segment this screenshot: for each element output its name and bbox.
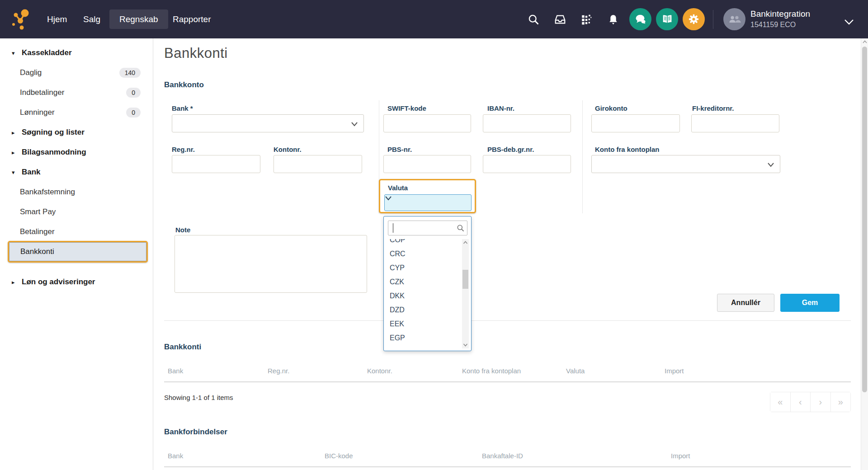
label-fi-kreditornr: FI-kreditornr. bbox=[692, 104, 734, 112]
sidebar-item-betalinger[interactable]: Betalinger bbox=[0, 222, 153, 242]
currency-option[interactable]: COP bbox=[384, 239, 462, 247]
table-header-divider bbox=[164, 381, 851, 382]
pbs-deb-gr-nr-input[interactable] bbox=[483, 155, 571, 173]
label-note: Note bbox=[175, 226, 190, 234]
sidebar-group-bilagsanmodning[interactable]: ▸ Bilagsanmodning bbox=[0, 142, 153, 162]
sidebar-group-kassekladder[interactable]: ▾ Kassekladder bbox=[0, 43, 153, 63]
label-kontonr: Kontonr. bbox=[274, 146, 302, 153]
form-column-divider bbox=[582, 100, 583, 213]
nav-item-rapporter[interactable]: Rapporter bbox=[171, 0, 213, 38]
table-header-divider bbox=[164, 466, 851, 467]
app-logo[interactable] bbox=[10, 8, 32, 33]
user-org: 1541159 ECO bbox=[750, 21, 796, 29]
sidebar-item-lonninger[interactable]: Lønninger 0 bbox=[0, 103, 153, 122]
currency-option[interactable]: CRC bbox=[384, 247, 462, 261]
triangle-expanded-icon: ▾ bbox=[12, 169, 19, 176]
triangle-expanded-icon: ▾ bbox=[12, 50, 19, 56]
section-divider bbox=[164, 320, 851, 321]
valuta-search-input[interactable] bbox=[388, 221, 467, 235]
currency-option[interactable]: CYP bbox=[384, 261, 462, 275]
bell-icon[interactable] bbox=[606, 13, 620, 26]
pbs-nr-input[interactable] bbox=[383, 155, 471, 173]
badge-count: 140 bbox=[119, 68, 141, 78]
save-button[interactable]: Gem bbox=[780, 294, 840, 312]
sidebar-group-lon-og-adviseringer[interactable]: ▸ Løn og adviseringer bbox=[0, 272, 153, 292]
currency-option[interactable]: ETB bbox=[384, 345, 462, 348]
top-navbar: Hjem Salg Regnskab Rapporter bbox=[0, 0, 868, 38]
iban-nr-input[interactable] bbox=[483, 114, 571, 132]
nav-item-hjem[interactable]: Hjem bbox=[45, 0, 69, 38]
text-caret bbox=[393, 223, 393, 233]
cancel-button[interactable]: Annullér bbox=[717, 294, 774, 312]
label-konto-fra-kontoplan: Konto fra kontoplan bbox=[595, 146, 660, 153]
chat-icon[interactable] bbox=[629, 8, 651, 30]
scroll-up-icon[interactable] bbox=[862, 39, 868, 45]
label-pbs-nr: PBS-nr. bbox=[387, 146, 412, 153]
bank-select[interactable] bbox=[172, 114, 364, 132]
nav-item-salg[interactable]: Salg bbox=[81, 0, 102, 38]
sidebar-item-bankkonti[interactable]: Bankkonti bbox=[9, 242, 146, 261]
pagination-prev-button[interactable]: ‹ bbox=[791, 392, 811, 412]
section-title-bankkonti-table: Bankkonti bbox=[164, 343, 201, 352]
sidebar-group-sogning-og-lister[interactable]: ▸ Søgning og lister bbox=[0, 122, 153, 142]
sidebar-item-bankkonti-highlighted[interactable]: Bankkonti bbox=[8, 241, 148, 263]
col-header-konto-fra-kontoplan: Konto fra kontoplan bbox=[462, 367, 521, 375]
valuta-select[interactable] bbox=[384, 194, 472, 211]
chevron-down-icon bbox=[767, 161, 774, 169]
currency-option[interactable]: EGP bbox=[384, 331, 462, 345]
col-header-bank: Bank bbox=[168, 367, 183, 375]
dropdown-scrollbar[interactable] bbox=[462, 239, 469, 348]
settings-gear-icon[interactable] bbox=[683, 8, 705, 30]
konto-fra-kontoplan-select[interactable] bbox=[591, 155, 780, 173]
search-icon[interactable] bbox=[527, 13, 540, 26]
currency-option[interactable]: CZK bbox=[384, 275, 462, 289]
sidebar-item-smart-pay[interactable]: Smart Pay bbox=[0, 202, 153, 222]
triangle-collapsed-icon: ▸ bbox=[12, 279, 19, 286]
label-iban-nr: IBAN-nr. bbox=[487, 104, 514, 112]
scroll-up-icon[interactable] bbox=[462, 239, 468, 246]
col-header-bankaftale-id: Bankaftale-ID bbox=[482, 452, 523, 460]
reg-nr-input[interactable] bbox=[172, 155, 260, 173]
swift-kode-input[interactable] bbox=[383, 114, 471, 132]
sidebar-item-bankafstemning[interactable]: Bankafstemning bbox=[0, 182, 153, 202]
pagination-last-button[interactable]: » bbox=[831, 392, 851, 412]
navbar-divider bbox=[713, 10, 713, 29]
chevron-down-icon bbox=[351, 121, 358, 129]
page-title: Bankkonti bbox=[164, 45, 228, 61]
help-book-icon[interactable] bbox=[656, 8, 678, 30]
inbox-icon[interactable] bbox=[553, 13, 567, 26]
scrollbar-thumb[interactable] bbox=[862, 47, 867, 392]
note-textarea[interactable] bbox=[175, 235, 367, 293]
triangle-collapsed-icon: ▸ bbox=[12, 129, 19, 136]
sidebar-group-bank[interactable]: ▾ Bank bbox=[0, 162, 153, 182]
kontonr-input[interactable] bbox=[274, 155, 362, 173]
apps-grid-icon[interactable] bbox=[580, 13, 593, 26]
col-header-bic-kode: BIC-kode bbox=[325, 452, 353, 460]
currency-option[interactable]: DKK bbox=[384, 289, 462, 303]
sidebar-item-indbetalinger[interactable]: Indbetalinger 0 bbox=[0, 83, 153, 103]
user-name: Bankintegration bbox=[750, 9, 810, 19]
col-header-valuta: Valuta bbox=[566, 367, 585, 375]
triangle-collapsed-icon: ▸ bbox=[12, 149, 19, 156]
label-swift-kode: SWIFT-kode bbox=[387, 104, 426, 112]
label-bank: Bank * bbox=[172, 104, 193, 112]
fi-kreditornr-input[interactable] bbox=[691, 114, 779, 132]
scrollbar-thumb[interactable] bbox=[462, 270, 468, 289]
pagination-first-button[interactable]: « bbox=[770, 392, 791, 412]
avatar[interactable] bbox=[723, 8, 745, 30]
label-pbs-deb-gr-nr: PBS-deb.gr.nr. bbox=[487, 146, 534, 153]
scroll-down-icon[interactable] bbox=[462, 341, 468, 348]
label-valuta: Valuta bbox=[388, 184, 408, 192]
search-icon bbox=[456, 224, 465, 234]
col-header-import: Import bbox=[665, 367, 684, 375]
pagination-next-button[interactable]: › bbox=[811, 392, 831, 412]
currency-option[interactable]: EEK bbox=[384, 317, 462, 331]
col-header-reg-nr: Reg.nr. bbox=[268, 367, 289, 375]
chevron-down-icon[interactable] bbox=[842, 15, 856, 29]
currency-option[interactable]: DZD bbox=[384, 303, 462, 317]
girokonto-input[interactable] bbox=[591, 114, 680, 132]
sidebar-item-daglig[interactable]: Daglig 140 bbox=[0, 63, 153, 83]
page-scrollbar[interactable] bbox=[861, 38, 868, 470]
nav-item-regnskab-active[interactable]: Regnskab bbox=[109, 9, 168, 29]
logo-molecule-icon bbox=[10, 8, 32, 31]
